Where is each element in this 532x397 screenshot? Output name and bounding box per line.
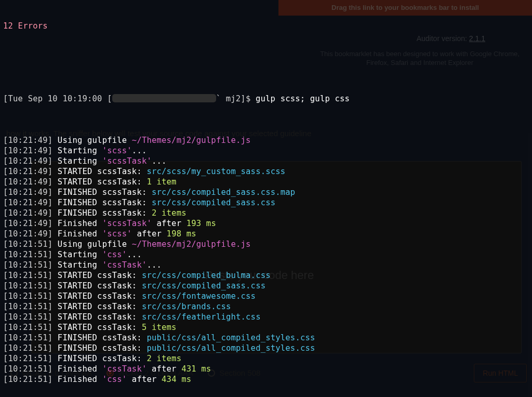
log-line: [10:21:49] FINISHED scssTask: 2 items	[3, 208, 529, 218]
command: gulp scss; gulp css	[256, 94, 350, 103]
log-line: [10:21:49] Using gulpfile ~/Themes/mj2/g…	[3, 135, 529, 145]
error-count: 12 Errors	[3, 21, 529, 31]
log-line: [10:21:49] Finished 'scss' after 198 ms	[3, 229, 529, 239]
log-line: [10:21:49] Starting 'scss'...	[3, 145, 529, 156]
log-line: [10:21:49] STARTED scssTask: src/scss/my…	[3, 166, 529, 177]
log-line: [10:21:51] Finished 'css' after 434 ms	[3, 374, 529, 385]
log-line: [10:21:49] FINISHED scssTask: src/css/co…	[3, 187, 529, 197]
log-line: [10:21:49] Starting 'scssTask'...	[3, 156, 529, 166]
log-line: [10:21:51] STARTED cssTask: src/css/feat…	[3, 312, 529, 322]
log-line: [10:21:51] Starting 'cssTask'...	[3, 260, 529, 270]
log-line: [10:21:49] Finished 'scssTask' after 193…	[3, 218, 529, 229]
redacted-host	[112, 94, 216, 102]
log-output: [10:21:49] Using gulpfile ~/Themes/mj2/g…	[3, 135, 529, 385]
log-line: [10:21:51] FINISHED cssTask: public/css/…	[3, 343, 529, 353]
log-line: [10:21:51] FINISHED cssTask: 2 items	[3, 353, 529, 364]
log-line: [10:21:51] FINISHED cssTask: public/css/…	[3, 333, 529, 343]
log-line: [10:21:51] STARTED cssTask: src/css/font…	[3, 291, 529, 301]
log-line: [10:21:49] FINISHED scssTask: src/css/co…	[3, 197, 529, 208]
log-line: [10:21:51] Using gulpfile ~/Themes/mj2/g…	[3, 239, 529, 249]
log-line: [10:21:49] STARTED scssTask: 1 item	[3, 177, 529, 187]
log-line: [10:21:51] Starting 'css'...	[3, 249, 529, 260]
log-line: [10:21:51] Finished 'cssTask' after 431 …	[3, 364, 529, 374]
terminal[interactable]: 12 Errors [Tue Sep 10 10:19:00 [` mj2]$ …	[0, 0, 532, 397]
log-line: [10:21:51] STARTED cssTask: src/css/bran…	[3, 301, 529, 312]
log-line: [10:21:51] STARTED cssTask: src/css/comp…	[3, 281, 529, 291]
log-line: [10:21:51] STARTED cssTask: src/css/comp…	[3, 270, 529, 281]
prompt-line: [Tue Sep 10 10:19:00 [` mj2]$ gulp scss;…	[3, 94, 529, 104]
log-line: [10:21:51] STARTED cssTask: 5 items	[3, 322, 529, 333]
